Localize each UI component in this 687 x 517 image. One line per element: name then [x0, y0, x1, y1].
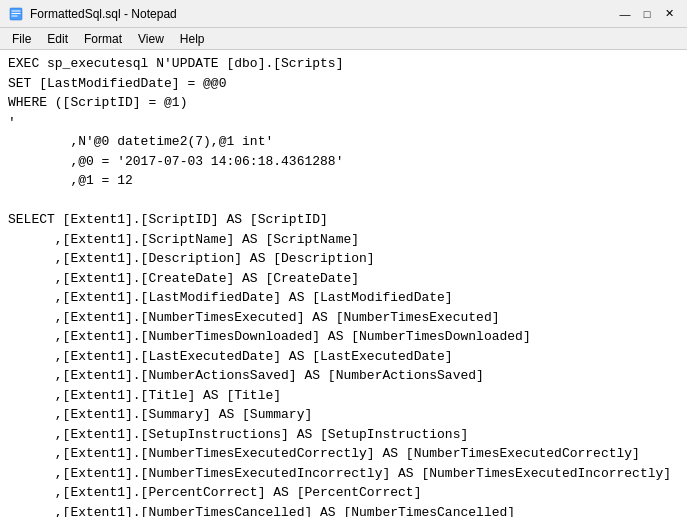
code-line: ,[Extent1].[NumberTimesExecuted] AS [Num… — [8, 308, 679, 328]
code-line: ,[Extent1].[NumberTimesExecutedIncorrect… — [8, 464, 679, 484]
code-line: ,[Extent1].[LastExecutedDate] AS [LastEx… — [8, 347, 679, 367]
code-line: ,[Extent1].[Summary] AS [Summary] — [8, 405, 679, 425]
code-editor[interactable]: EXEC sp_executesql N'UPDATE [dbo].[Scrip… — [0, 50, 687, 517]
code-line: SELECT [Extent1].[ScriptID] AS [ScriptID… — [8, 210, 679, 230]
menu-bar: File Edit Format View Help — [0, 28, 687, 50]
code-line — [8, 191, 679, 211]
close-button[interactable]: ✕ — [659, 4, 679, 24]
code-line: ,[Extent1].[PercentCorrect] AS [PercentC… — [8, 483, 679, 503]
window-title: FormattedSql.sql - Notepad — [30, 7, 177, 21]
code-line: ,[Extent1].[NumberActionsSaved] AS [Numb… — [8, 366, 679, 386]
app-icon — [8, 6, 24, 22]
svg-rect-1 — [12, 10, 21, 11]
code-line: ,[Extent1].[Title] AS [Title] — [8, 386, 679, 406]
code-line: ,[Extent1].[LastModifiedDate] AS [LastMo… — [8, 288, 679, 308]
window-controls: — □ ✕ — [615, 4, 679, 24]
menu-format[interactable]: Format — [76, 30, 130, 48]
code-line: ,[Extent1].[NumberTimesDownloaded] AS [N… — [8, 327, 679, 347]
menu-file[interactable]: File — [4, 30, 39, 48]
code-line: WHERE ([ScriptID] = @1) — [8, 93, 679, 113]
code-line: ' — [8, 113, 679, 133]
code-line: ,@1 = 12 — [8, 171, 679, 191]
menu-help[interactable]: Help — [172, 30, 213, 48]
menu-edit[interactable]: Edit — [39, 30, 76, 48]
menu-view[interactable]: View — [130, 30, 172, 48]
maximize-button[interactable]: □ — [637, 4, 657, 24]
code-line: ,[Extent1].[ScriptName] AS [ScriptName] — [8, 230, 679, 250]
minimize-button[interactable]: — — [615, 4, 635, 24]
code-line: ,N'@0 datetime2(7),@1 int' — [8, 132, 679, 152]
title-bar: FormattedSql.sql - Notepad — □ ✕ — [0, 0, 687, 28]
code-line: ,[Extent1].[Description] AS [Description… — [8, 249, 679, 269]
code-line: ,[Extent1].[CreateDate] AS [CreateDate] — [8, 269, 679, 289]
svg-rect-2 — [12, 13, 21, 14]
svg-rect-3 — [12, 15, 18, 16]
code-line: EXEC sp_executesql N'UPDATE [dbo].[Scrip… — [8, 54, 679, 74]
code-line: ,[Extent1].[NumberTimesCancelled] AS [Nu… — [8, 503, 679, 518]
code-line: ,@0 = '2017-07-03 14:06:18.4361288' — [8, 152, 679, 172]
code-line: ,[Extent1].[SetupInstructions] AS [Setup… — [8, 425, 679, 445]
code-line: ,[Extent1].[NumberTimesExecutedCorrectly… — [8, 444, 679, 464]
code-line: SET [LastModifiedDate] = @@0 — [8, 74, 679, 94]
